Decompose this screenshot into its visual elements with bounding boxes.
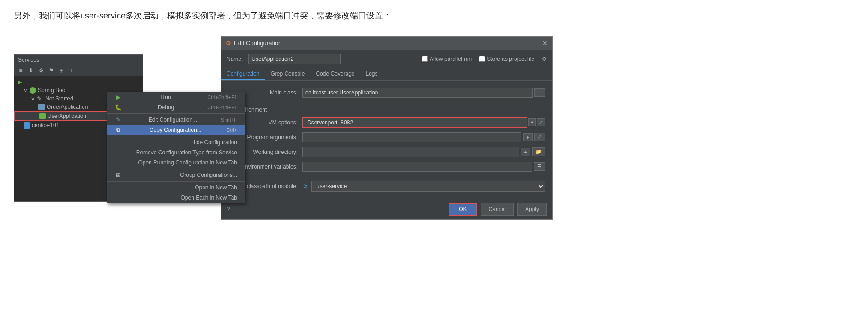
store-project-checkbox[interactable] [479, 56, 485, 62]
classpath-input-group: 🗂 user-service [302, 181, 545, 192]
menu-copy-config[interactable]: ⧉ Copy Configuration... Ctrl+ [107, 125, 245, 135]
dialog-footer: ? OK Cancel Apply [221, 199, 552, 219]
dialog-tabs: Configuration Grep Console Code Coverage… [221, 68, 552, 81]
dialog-body: Main class: ... ▼ Environment VM options… [221, 81, 552, 199]
run-icon: ▶ [114, 94, 122, 100]
dialog-checkboxes: Allow parallel run Store as project file… [422, 56, 547, 62]
working-dir-add[interactable]: + [521, 148, 530, 156]
services-panel: Services ≡ ⬇ ⚙ ⚑ ⊞ + ▶ ∨ Spring Boot ∨ [14, 54, 143, 202]
working-dir-browse[interactable]: 📁 [532, 147, 545, 156]
menu-run[interactable]: ▶ Run Ctrl+Shift+F1 [107, 92, 245, 102]
separator-2 [228, 176, 545, 176]
toolbar-icon-filter[interactable]: ⚑ [48, 67, 55, 74]
program-args-expand[interactable]: ⤢ [534, 133, 545, 141]
cancel-button[interactable]: Cancel [481, 203, 514, 216]
menu-sep-2 [107, 136, 245, 136]
toolbar-icon-3[interactable]: ⚙ [37, 67, 45, 74]
module-icon: 🗂 [302, 183, 308, 189]
menu-sep-3 [107, 169, 245, 169]
menu-open-each-new-tab[interactable]: Open Each in New Tab [107, 193, 245, 203]
name-input[interactable] [248, 54, 341, 64]
expand-icon-2: ∨ [31, 95, 35, 102]
allow-parallel-label[interactable]: Allow parallel run [422, 56, 472, 62]
footer-buttons: OK Cancel Apply [449, 203, 547, 216]
dialog-titlebar: ⚙ Edit Configuration ✕ [221, 37, 552, 50]
main-class-input-group: ... [302, 88, 545, 98]
dialog-title-icon: ⚙ [226, 40, 231, 47]
menu-debug[interactable]: 🐛 Debug Ctrl+Shift+F1 [107, 102, 245, 112]
vm-input-group: + ⤢ [302, 117, 545, 128]
dialog-name-row: Name: Allow parallel run Store as projec… [221, 50, 552, 68]
menu-hide-config[interactable]: Hide Configuration [107, 137, 245, 147]
separator-1 [228, 102, 545, 102]
environment-section-header[interactable]: ▼ Environment [228, 104, 545, 115]
settings-gear-icon[interactable]: ⚙ [542, 56, 547, 62]
program-args-input-group: + ⤢ [302, 132, 545, 142]
vm-add-button[interactable]: + [528, 118, 536, 126]
working-dir-input-group: + 📁 [302, 147, 545, 157]
program-args-input[interactable] [302, 132, 521, 142]
main-class-browse-button[interactable]: ... [534, 88, 545, 97]
menu-sep-1 [107, 113, 245, 114]
menu-open-new-tab[interactable]: Open in New Tab [107, 182, 245, 193]
apply-button[interactable]: Apply [517, 203, 547, 216]
help-button[interactable]: ? [227, 206, 230, 213]
services-toolbar: ≡ ⬇ ⚙ ⚑ ⊞ + [14, 65, 143, 76]
toolbar-icon-window[interactable]: ⊞ [58, 67, 65, 74]
toolbar-icon-1[interactable]: ≡ [17, 67, 24, 74]
context-menu: ▶ Run Ctrl+Shift+F1 🐛 Debug Ctrl+Shift+F… [107, 92, 245, 203]
dialog-close-button[interactable]: ✕ [542, 40, 548, 47]
dialog-title: ⚙ Edit Configuration [226, 40, 281, 47]
user-app-icon [39, 113, 46, 119]
spring-boot-icon [30, 87, 36, 94]
tab-logs[interactable]: Logs [360, 68, 383, 80]
main-class-input[interactable] [302, 88, 533, 98]
services-title: Services [14, 55, 143, 65]
main-class-row: Main class: ... [228, 85, 545, 100]
env-vars-input-group: ☰ [302, 162, 545, 172]
tab-configuration[interactable]: Configuration [221, 68, 265, 80]
menu-open-running[interactable]: Open Running Configuration in New Tab [107, 158, 245, 168]
vm-options-row: VM options: + ⤢ [228, 115, 545, 130]
program-args-row: Program arguments: + ⤢ [228, 130, 545, 145]
env-vars-input[interactable] [302, 162, 532, 172]
tree-run-button[interactable]: ▶ [14, 78, 143, 86]
tab-code-coverage[interactable]: Code Coverage [310, 68, 360, 80]
store-project-label[interactable]: Store as project file [479, 56, 534, 62]
env-vars-edit[interactable]: ☰ [534, 162, 545, 171]
edit-icon: ✎ [114, 117, 122, 123]
expand-icon: ∨ [24, 87, 28, 94]
main-content: Services ≡ ⬇ ⚙ ⚑ ⊞ + ▶ ∨ Spring Boot ∨ [14, 36, 854, 220]
classpath-select[interactable]: user-service [311, 181, 545, 192]
group-icon: ⊞ [114, 172, 122, 178]
toolbar-icon-2[interactable]: ⬇ [27, 67, 35, 74]
centos-icon [24, 122, 30, 129]
ok-button[interactable]: OK [449, 203, 477, 216]
vm-expand-button[interactable]: ⤢ [537, 118, 545, 126]
menu-group-configs[interactable]: ⊞ Group Configurations... [107, 170, 245, 180]
name-label: Name: [227, 56, 243, 62]
order-app-icon [38, 104, 45, 110]
copy-icon: ⧉ [114, 127, 122, 133]
classpath-row: Use classpath of module: 🗂 user-service [228, 178, 545, 194]
allow-parallel-checkbox[interactable] [422, 56, 428, 62]
pencil-icon: ✎ [37, 95, 43, 102]
top-description: 另外，我们可以将user-service多次启动，模拟多实例部署，但为了避免端口… [14, 9, 854, 23]
working-dir-input[interactable] [302, 147, 519, 157]
env-vars-row: Environment variables: ☰ [228, 159, 545, 174]
debug-icon: 🐛 [114, 104, 122, 111]
menu-edit-config[interactable]: ✎ Edit Configuration... Shift+F [107, 115, 245, 125]
tab-grep-console[interactable]: Grep Console [265, 68, 310, 80]
play-icon: ▶ [18, 79, 22, 85]
menu-sep-4 [107, 181, 245, 182]
edit-config-dialog: ⚙ Edit Configuration ✕ Name: Allow paral… [221, 36, 553, 220]
program-args-add[interactable]: + [523, 133, 533, 141]
toolbar-icon-add[interactable]: + [68, 67, 75, 74]
working-dir-row: Working directory: + 📁 [228, 145, 545, 159]
vm-options-input[interactable] [302, 117, 527, 128]
menu-remove-config[interactable]: Remove Configuration Type from Service [107, 147, 245, 158]
